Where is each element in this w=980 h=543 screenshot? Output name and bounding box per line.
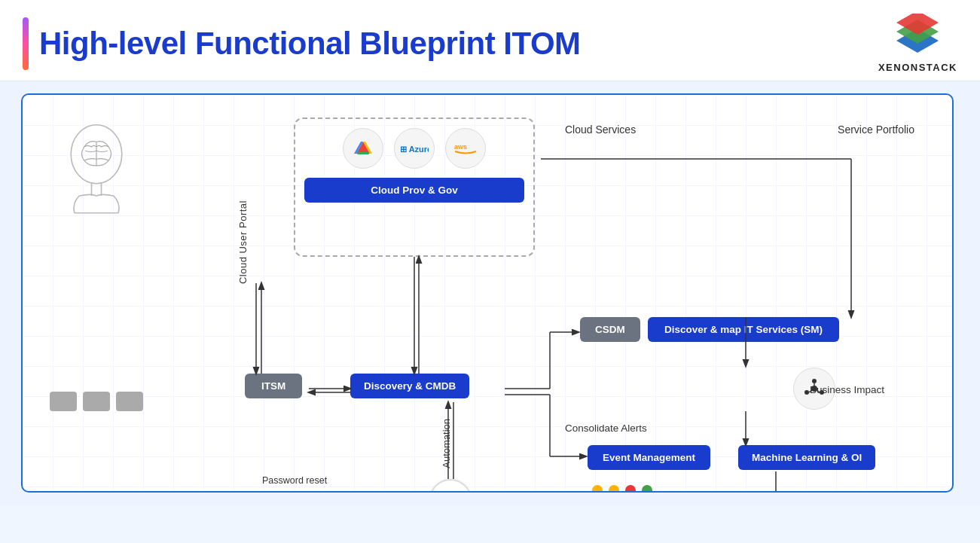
password-text: Password reset user requests software in… [262,473,350,493]
gcp-icon [343,128,383,169]
diagram-container: Cloud User Portal ⊞ Azure [21,93,954,493]
discovery-cmdb-box[interactable]: Discovery & CMDB [350,374,469,398]
logo-text: XENONSTACK [878,62,957,73]
brain-head-icon [47,117,145,215]
logo-area: XENONSTACK [878,14,957,73]
cloud-icons-row: ⊞ Azure aws [343,128,486,169]
dot-yellow-2 [609,485,619,493]
csdm-box[interactable]: CSDM [580,317,640,342]
password-line2: user requests [262,489,350,493]
svg-text:⊞ Azure: ⊞ Azure [400,145,429,154]
discover-map-box[interactable]: Discover & map IT Services (SM) [648,317,839,342]
block-3 [116,392,143,411]
consolidate-alerts-label: Consolidate Alerts [565,423,647,434]
service-portfolio-label: Service Portfolio [838,124,914,136]
svg-point-13 [804,390,809,395]
svg-text:aws: aws [454,143,467,151]
human-figure [36,117,157,434]
automation-label: Automation [441,419,452,468]
page-title: High-level Functional Blueprint ITOM [39,26,581,62]
svg-rect-7 [357,152,369,154]
svg-point-11 [812,379,817,383]
ml-box[interactable]: Machine Learning & OI [738,445,875,470]
cloud-services-box: ⊞ Azure aws Cloud Prov & Gov [294,117,535,257]
header-left: High-level Functional Blueprint ITOM [23,17,581,70]
event-management-box[interactable]: Event Management [588,445,710,470]
aws-icon: aws [445,128,486,169]
cloud-prov-btn[interactable]: Cloud Prov & Gov [304,178,524,203]
dot-green [642,485,652,493]
accent-bar [23,17,29,70]
password-line1: Password reset [262,473,350,489]
human-blocks [50,392,143,411]
header: High-level Functional Blueprint ITOM XEN… [0,0,980,81]
itsm-box[interactable]: ITSM [245,374,302,398]
azure-icon: ⊞ Azure [394,128,435,169]
cloud-services-label: Cloud Services [565,124,636,136]
block-2 [83,392,110,411]
block-1 [50,392,77,411]
dot-yellow-1 [592,485,603,493]
dot-red [625,485,636,493]
cloud-portal-label: Cloud User Portal [237,200,249,284]
business-impact-label: Business Impact [810,384,884,395]
status-dots [592,485,652,493]
logo-icon [890,14,945,59]
